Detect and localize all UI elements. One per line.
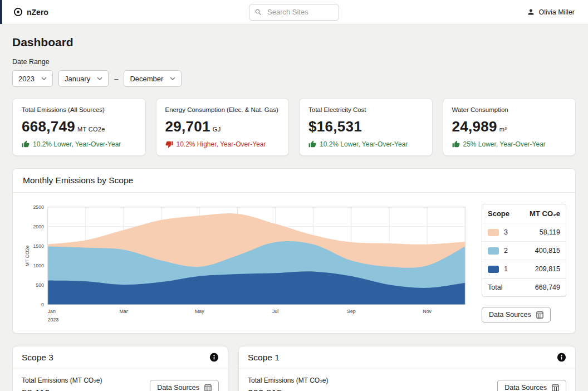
- year-select-value: 2023: [18, 75, 35, 83]
- thumb-icon: [22, 140, 30, 148]
- brand-label: nZero: [27, 8, 48, 17]
- range-separator: –: [114, 75, 118, 83]
- svg-text:0: 0: [41, 302, 44, 307]
- kpi-delta-text: 25% Lower, Year-Over-Year: [463, 140, 546, 148]
- scope-card-header: Scope 1: [239, 346, 575, 369]
- scope-metric-value: 58,119: [22, 388, 102, 391]
- scope-card-title: Scope 3: [22, 353, 53, 363]
- svg-text:500: 500: [36, 282, 44, 288]
- page-title: Dashboard: [12, 36, 576, 49]
- scope2-swatch: [488, 247, 499, 255]
- scope-card-body: Total Emissions (MT CO₂e) 58,119 Data So…: [13, 369, 228, 391]
- kpi-delta: 10.2% Lower, Year-Over-Year: [308, 140, 423, 148]
- kpi-title: Total Electricity Cost: [308, 106, 423, 113]
- svg-text:Mar: Mar: [119, 309, 128, 314]
- start-month-select[interactable]: January: [58, 70, 109, 87]
- kpi-card-energy-consumption: Energy Consumption (Elec. & Nat. Gas) 29…: [156, 98, 290, 156]
- user-icon: [527, 8, 535, 16]
- kpi-unit: MT CO2e: [77, 126, 105, 133]
- legend-col-value: MT CO₂e: [530, 209, 560, 218]
- svg-text:Jan: Jan: [48, 309, 56, 314]
- data-sources-button[interactable]: Data Sources: [497, 380, 566, 391]
- kpi-title: Water Consumption: [452, 106, 567, 113]
- kpi-card-water-consumption: Water Consumption 24,989m³ 25% Lower, Ye…: [443, 98, 576, 156]
- legend-total-value: 668,749: [535, 284, 560, 291]
- scope-legend-table: Scope MT CO₂e 3 58,119 2 400,815 1 209,8…: [482, 204, 566, 297]
- header-accent-bar: [0, 0, 2, 24]
- info-icon[interactable]: [209, 353, 219, 362]
- kpi-title: Total Emissions (All Sources): [22, 106, 136, 113]
- site-search: [249, 4, 339, 21]
- data-sources-button[interactable]: Data Sources: [482, 307, 551, 322]
- kpi-unit: m³: [499, 126, 507, 133]
- user-menu[interactable]: Olivia Miller: [527, 8, 575, 16]
- chart-legend-column: Scope MT CO₂e 3 58,119 2 400,815 1 209,8…: [482, 202, 566, 328]
- svg-text:1000: 1000: [33, 263, 44, 268]
- table-icon: [536, 311, 543, 319]
- legend-header-row: Scope MT CO₂e: [482, 204, 566, 223]
- kpi-delta: 10.2% Higher, Year-Over-Year: [165, 140, 280, 148]
- kpi-delta-text: 10.2% Lower, Year-Over-Year: [33, 140, 121, 148]
- svg-text:MT CO2e: MT CO2e: [24, 245, 30, 266]
- legend-scope-label: 2: [504, 247, 508, 255]
- svg-text:Sep: Sep: [347, 309, 356, 314]
- thumb-icon: [308, 140, 316, 148]
- legend-scope-value: 58,119: [540, 228, 560, 236]
- nzero-brand[interactable]: nZero: [13, 7, 48, 17]
- thumb-icon: [165, 140, 173, 148]
- legend-row-scope3: 3 58,119: [482, 223, 566, 241]
- user-name: Olivia Miller: [538, 8, 575, 16]
- legend-col-scope: Scope: [488, 209, 509, 218]
- legend-scope-label: 1: [504, 265, 508, 273]
- panel-header: Monthly Emissions by Scope: [13, 169, 575, 193]
- svg-text:2500: 2500: [33, 204, 44, 210]
- legend-total-row: Total 668,749: [482, 278, 566, 296]
- search-icon: [254, 8, 262, 16]
- scope3-card: Scope 3 Total Emissions (MT CO₂e) 58,119…: [12, 346, 228, 391]
- chevron-down-icon: [97, 77, 102, 80]
- scope3-swatch: [488, 229, 499, 236]
- emissions-area-chart: 05001000150020002500JanMarMayJulSepNov20…: [22, 202, 472, 328]
- scope-metric-value: 209,815: [248, 388, 328, 391]
- chevron-down-icon: [41, 77, 47, 80]
- legend-scope-value: 400,815: [535, 247, 560, 255]
- legend-row-scope2: 2 400,815: [482, 241, 566, 260]
- kpi-delta: 10.2% Lower, Year-Over-Year: [22, 140, 136, 148]
- kpi-value: 668,749MT CO2e: [22, 118, 136, 135]
- search-input[interactable]: [266, 7, 334, 17]
- panel-title: Monthly Emissions by Scope: [23, 175, 565, 185]
- kpi-value: 29,701GJ: [165, 118, 280, 135]
- scope-cards-row: Scope 3 Total Emissions (MT CO₂e) 58,119…: [12, 346, 576, 391]
- legend-scope-label: 3: [504, 228, 508, 236]
- legend-row-scope1: 1 209,815: [482, 260, 566, 278]
- svg-text:2023: 2023: [48, 317, 59, 322]
- svg-text:May: May: [195, 309, 204, 314]
- data-sources-button[interactable]: Data Sources: [150, 380, 219, 391]
- start-month-value: January: [65, 75, 90, 83]
- kpi-delta-text: 10.2% Higher, Year-Over-Year: [177, 140, 266, 148]
- table-icon: [552, 384, 559, 391]
- date-range-controls: 2023 January – December: [12, 70, 576, 87]
- scope1-card: Scope 1 Total Emissions (MT CO₂e) 209,81…: [238, 346, 576, 391]
- table-icon: [204, 384, 212, 391]
- info-icon[interactable]: [557, 353, 566, 362]
- scope-card-title: Scope 1: [248, 353, 280, 363]
- kpi-value: 24,989m³: [452, 118, 567, 135]
- scope1-swatch: [488, 266, 499, 273]
- monthly-emissions-panel: Monthly Emissions by Scope 0500100015002…: [12, 168, 576, 334]
- thumb-icon: [452, 140, 460, 148]
- year-select[interactable]: 2023: [12, 70, 53, 87]
- legend-total-label: Total: [488, 284, 502, 291]
- dashboard-main: Dashboard Date Range 2023 January – Dece…: [0, 25, 588, 391]
- kpi-title: Energy Consumption (Elec. & Nat. Gas): [165, 106, 280, 113]
- scope-card-body: Total Emissions (MT CO₂e) 209,815 Data S…: [239, 369, 575, 391]
- stacked-area-chart-svg: 05001000150020002500JanMarMayJulSepNov20…: [22, 202, 472, 328]
- scope-card-header: Scope 3: [13, 346, 228, 369]
- scope-metric-label: Total Emissions (MT CO₂e): [22, 377, 102, 384]
- end-month-select[interactable]: December: [124, 70, 182, 87]
- top-bar: nZero Olivia Miller: [0, 0, 588, 25]
- chevron-down-icon: [170, 77, 175, 80]
- panel-body: 05001000150020002500JanMarMayJulSepNov20…: [13, 193, 575, 333]
- svg-text:Jul: Jul: [272, 309, 278, 314]
- kpi-card-electricity-cost: Total Electricity Cost $16,531 10.2% Low…: [299, 98, 433, 156]
